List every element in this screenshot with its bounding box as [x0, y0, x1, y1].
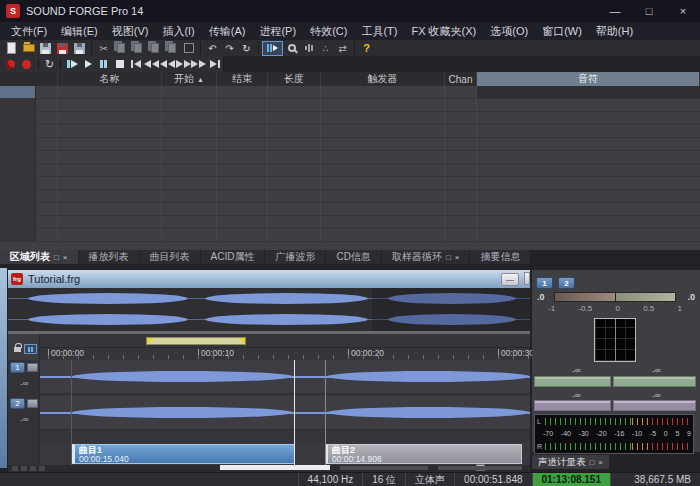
copy-button[interactable] [112, 41, 129, 55]
stop-button[interactable] [112, 58, 128, 70]
table-cell[interactable] [58, 203, 162, 216]
table-cell[interactable] [477, 177, 700, 190]
maximize-button[interactable]: □ [632, 0, 666, 22]
table-cell[interactable] [162, 86, 217, 99]
table-cell[interactable] [477, 190, 700, 203]
table-cell[interactable] [58, 229, 162, 242]
table-row[interactable] [0, 138, 700, 151]
table-cell[interactable] [321, 203, 445, 216]
tab-track-list[interactable]: 曲目列表 [140, 250, 200, 264]
fast-forward-button[interactable] [191, 58, 207, 70]
table-cell[interactable] [268, 125, 321, 138]
play-all-button[interactable] [64, 58, 80, 70]
table-cell[interactable] [268, 112, 321, 125]
table-cell[interactable] [0, 99, 36, 112]
new-file-button[interactable] [3, 41, 20, 55]
channel-2-button[interactable]: 2 [558, 277, 575, 289]
dock-restore-icon[interactable]: □ [446, 253, 451, 262]
table-row[interactable] [0, 151, 700, 164]
table-cell[interactable] [58, 164, 162, 177]
cut-button[interactable]: ✂ [95, 41, 112, 55]
menu-transport[interactable]: 传输(A) [202, 22, 253, 40]
table-cell[interactable] [162, 229, 217, 242]
tab-sampler-loop[interactable]: 取样器循环 □ × [382, 250, 470, 264]
save-as-button[interactable] [54, 41, 71, 55]
whats-this-help-button[interactable]: ? [358, 41, 375, 55]
table-cell[interactable] [445, 86, 477, 99]
table-cell[interactable] [477, 151, 700, 164]
table-cell[interactable] [162, 190, 217, 203]
loop-region-strip[interactable] [40, 334, 530, 347]
spectrum-tool-button[interactable] [300, 41, 317, 55]
loop-region-bar[interactable] [146, 337, 246, 345]
status-channel-mode[interactable]: 立体声 [405, 473, 454, 486]
table-cell[interactable] [58, 86, 162, 99]
table-cell[interactable] [445, 177, 477, 190]
table-cell[interactable] [445, 112, 477, 125]
menu-edit[interactable]: 编辑(E) [54, 22, 105, 40]
table-row[interactable] [0, 216, 700, 229]
table-cell[interactable] [58, 216, 162, 229]
table-cell[interactable] [217, 229, 268, 242]
paste-button[interactable] [129, 41, 146, 55]
go-to-end-button[interactable] [207, 58, 223, 70]
zoom-control-button[interactable] [30, 466, 36, 471]
table-cell[interactable] [445, 216, 477, 229]
table-cell[interactable] [445, 99, 477, 112]
table-cell[interactable] [36, 177, 58, 190]
table-cell[interactable] [268, 229, 321, 242]
tab-cd-info[interactable]: CD信息 [326, 250, 380, 264]
table-cell[interactable] [268, 151, 321, 164]
table-cell[interactable] [162, 112, 217, 125]
dock-close-icon[interactable]: × [598, 458, 603, 467]
pan-fader-right[interactable] [613, 400, 696, 411]
table-cell[interactable] [0, 203, 36, 216]
close-button[interactable]: × [666, 0, 700, 22]
table-cell[interactable] [36, 229, 58, 242]
table-cell[interactable] [268, 203, 321, 216]
loop-playback-button[interactable]: ↻ [42, 58, 58, 70]
track-2-waveform-lane[interactable] [40, 396, 530, 430]
pan-balance-slider[interactable] [554, 292, 676, 302]
table-cell[interactable] [0, 216, 36, 229]
redo-button[interactable]: ↷ [221, 41, 238, 55]
table-cell[interactable] [445, 229, 477, 242]
column-chan[interactable]: Chan [445, 72, 477, 86]
table-cell[interactable] [58, 151, 162, 164]
table-cell[interactable] [477, 125, 700, 138]
menu-file[interactable]: 文件(F) [4, 22, 54, 40]
rewind-button[interactable] [159, 58, 175, 70]
table-cell[interactable] [321, 216, 445, 229]
document-restore-button[interactable] [524, 272, 530, 285]
track-1-waveform-lane[interactable] [40, 360, 530, 394]
undo-button[interactable]: ↶ [204, 41, 221, 55]
record-remote-button[interactable] [3, 58, 19, 70]
zoom-control-button[interactable] [12, 466, 18, 471]
table-cell[interactable] [0, 151, 36, 164]
table-cell[interactable] [162, 177, 217, 190]
table-row[interactable] [0, 86, 700, 99]
table-cell[interactable] [0, 112, 36, 125]
paste-to-new-button[interactable] [163, 41, 180, 55]
dock-close-icon[interactable]: × [63, 253, 68, 262]
menu-help[interactable]: 帮助(H) [589, 22, 640, 40]
table-cell[interactable] [217, 203, 268, 216]
table-cell[interactable] [445, 151, 477, 164]
table-cell[interactable] [321, 125, 445, 138]
table-cell[interactable] [162, 216, 217, 229]
table-cell[interactable] [36, 86, 58, 99]
table-cell[interactable] [217, 99, 268, 112]
table-cell[interactable] [321, 229, 445, 242]
menu-options[interactable]: 选项(O) [483, 22, 535, 40]
track-2-number-button[interactable]: 2 [10, 398, 25, 409]
pause-button[interactable] [96, 58, 112, 70]
table-cell[interactable] [321, 190, 445, 203]
table-cell[interactable] [477, 164, 700, 177]
table-cell[interactable] [36, 216, 58, 229]
minimize-button[interactable]: — [598, 0, 632, 22]
table-row[interactable] [0, 177, 700, 190]
event-tool-button[interactable] [262, 41, 283, 56]
table-cell[interactable] [36, 164, 58, 177]
column-name[interactable]: 名称 [58, 72, 162, 86]
table-cell[interactable] [0, 125, 36, 138]
